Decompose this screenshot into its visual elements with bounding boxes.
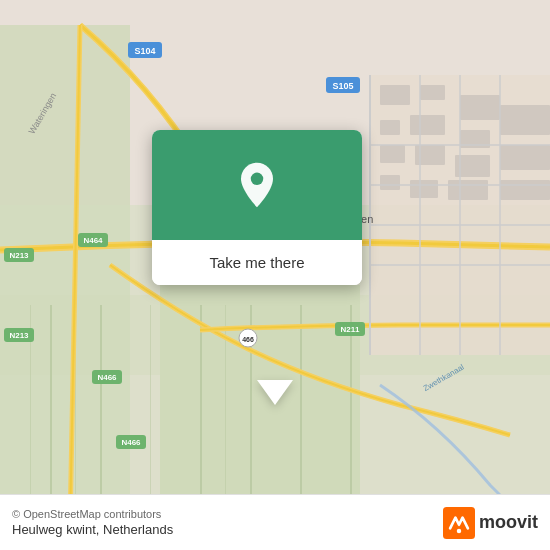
svg-rect-18 [460,95,500,120]
svg-text:N466: N466 [97,373,117,382]
copyright-text: © OpenStreetMap contributors [12,508,173,520]
svg-rect-7 [200,305,202,525]
svg-rect-20 [410,115,445,135]
popup-header [152,130,362,240]
svg-rect-30 [500,180,550,200]
address-label: Heulweg kwint, Netherlands [12,522,173,537]
bottom-bar: © OpenStreetMap contributors Heulweg kwi… [0,494,550,550]
svg-rect-29 [500,145,550,170]
moovit-icon [443,507,475,539]
svg-rect-26 [410,180,438,198]
svg-text:N464: N464 [83,236,103,245]
svg-rect-25 [380,175,400,190]
svg-text:N466: N466 [121,438,141,447]
svg-text:N213: N213 [9,251,29,260]
svg-point-63 [457,528,461,532]
svg-rect-5 [50,305,52,525]
svg-rect-28 [500,105,550,135]
svg-rect-27 [448,180,488,200]
svg-rect-17 [420,85,445,100]
svg-rect-9 [300,305,302,525]
moovit-text: moovit [479,512,538,533]
map-container: S104 S105 N213 N213 N464 N466 N466 466 N… [0,0,550,550]
svg-text:466: 466 [242,336,254,343]
take-me-there-button[interactable]: Take me there [152,240,362,285]
svg-rect-6 [100,305,102,525]
svg-text:S104: S104 [134,46,155,56]
svg-rect-10 [350,305,352,525]
svg-text:S105: S105 [332,81,353,91]
svg-text:N211: N211 [340,325,360,334]
svg-point-61 [251,173,263,185]
svg-text:N213: N213 [9,331,29,340]
popup-card: Take me there [152,130,362,285]
location-pin-icon [233,161,281,209]
svg-rect-22 [380,145,405,163]
svg-rect-13 [150,305,151,525]
svg-rect-16 [380,85,410,105]
svg-rect-19 [380,120,400,135]
moovit-logo: moovit [443,507,538,539]
